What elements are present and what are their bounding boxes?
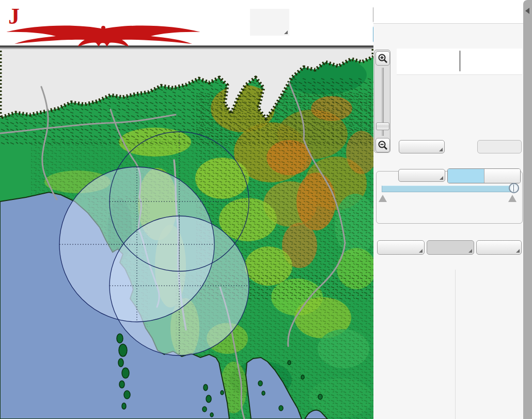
zoom-out-button[interactable]: [375, 138, 390, 152]
zoom-in-button[interactable]: [375, 51, 390, 66]
panel-toolbar-area: [373, 0, 523, 24]
warning-button[interactable]: [250, 9, 289, 36]
zoom-in-icon: [378, 53, 388, 64]
panel-collapse-strip[interactable]: [523, 0, 532, 419]
auto-button[interactable]: [448, 169, 484, 183]
zoom-slider-handle[interactable]: [376, 122, 389, 130]
slider-start-marker[interactable]: [379, 195, 387, 202]
radar-map[interactable]: [0, 46, 373, 419]
text-caret: [460, 51, 460, 71]
info-field[interactable]: [397, 49, 522, 75]
replay-slider-track[interactable]: [382, 185, 515, 192]
replay-mode-toggle: [447, 168, 521, 183]
collapse-arrow-icon[interactable]: [525, 8, 529, 14]
xsection-button[interactable]: [427, 240, 474, 255]
map-top-edge: [0, 46, 373, 48]
zoom-out-icon: [378, 140, 388, 150]
manual-button[interactable]: [484, 169, 521, 183]
slider-end-marker[interactable]: [508, 195, 517, 202]
eagle-logo-icon: [4, 24, 202, 46]
map-zoom-control: [374, 50, 390, 153]
jbirds-application: J: [0, 0, 532, 419]
track-button[interactable]: [476, 240, 522, 255]
replay-slider-handle[interactable]: [509, 183, 519, 193]
location-button[interactable]: [377, 240, 425, 255]
previous-button[interactable]: [399, 140, 445, 153]
map-top-band: [0, 48, 373, 49]
select-button[interactable]: [477, 140, 522, 153]
bookmark-button[interactable]: [398, 169, 445, 182]
legend-overlay-divider: [455, 270, 456, 419]
